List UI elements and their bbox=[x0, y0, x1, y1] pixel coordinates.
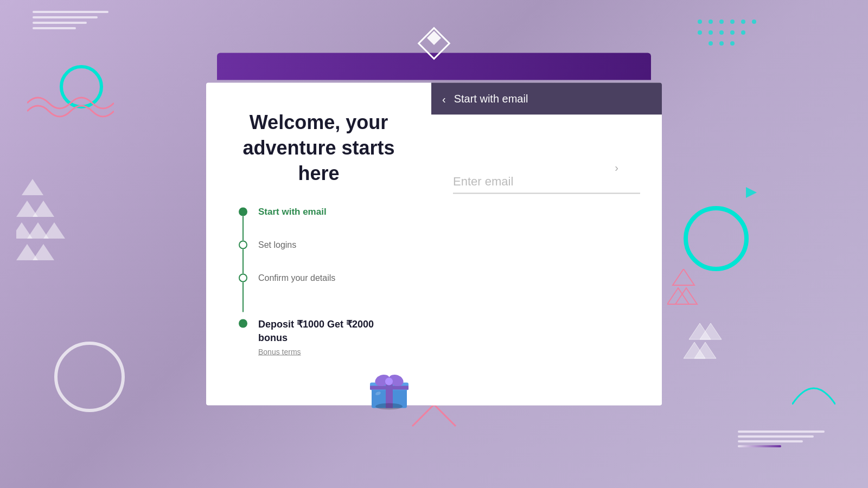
svg-point-40 bbox=[375, 403, 403, 410]
step-label-logins: Set logins bbox=[258, 241, 296, 249]
welcome-title: Welcome, your adventure starts here bbox=[233, 110, 404, 186]
bonus-text-label: Deposit ₹1000 Get ₹2000 bonus bbox=[258, 319, 374, 343]
right-header-title: Start with email bbox=[454, 93, 528, 105]
bonus-dot bbox=[239, 319, 247, 328]
steps-list: Start with email Set logins Confirm your… bbox=[239, 208, 404, 312]
step-item-logins: Set logins bbox=[239, 241, 404, 274]
left-panel: Welcome, your adventure starts here Star… bbox=[206, 83, 431, 406]
email-input[interactable] bbox=[453, 175, 640, 189]
bonus-terms-link[interactable]: Bonus terms bbox=[258, 347, 404, 356]
modal-container: Welcome, your adventure starts here Star… bbox=[206, 83, 662, 406]
right-panel-body: › bbox=[431, 115, 662, 406]
step-line-1 bbox=[242, 216, 244, 241]
email-input-row: › bbox=[453, 142, 640, 194]
email-input-wrapper[interactable] bbox=[453, 175, 640, 194]
step-label-email: Start with email bbox=[258, 208, 327, 216]
modal-topbar bbox=[217, 53, 651, 80]
step-indicator-3 bbox=[239, 274, 247, 312]
step-item-email: Start with email bbox=[239, 208, 404, 241]
step-indicator-2 bbox=[239, 241, 247, 274]
bonus-text: Deposit ₹1000 Get ₹2000 bonus bbox=[258, 318, 404, 344]
svg-point-38 bbox=[385, 378, 393, 386]
step-dot-2 bbox=[239, 241, 247, 249]
next-arrow-icon: › bbox=[615, 162, 618, 174]
gift-box-illustration bbox=[366, 362, 415, 411]
step-line-2 bbox=[242, 249, 244, 274]
bonus-content: Deposit ₹1000 Get ₹2000 bonus Bonus term… bbox=[258, 318, 404, 356]
back-button[interactable]: ‹ bbox=[442, 93, 446, 104]
right-panel: ‹ Start with email › bbox=[431, 83, 662, 406]
step-indicator-1 bbox=[239, 208, 247, 241]
bonus-section: Deposit ₹1000 Get ₹2000 bonus Bonus term… bbox=[239, 318, 404, 356]
step-dot-1 bbox=[239, 208, 247, 216]
step-label-confirm: Confirm your details bbox=[258, 274, 335, 282]
right-panel-header: ‹ Start with email bbox=[431, 83, 662, 115]
step-item-confirm: Confirm your details bbox=[239, 274, 404, 312]
step-dot-3 bbox=[239, 274, 247, 282]
step-line-3 bbox=[242, 282, 244, 312]
